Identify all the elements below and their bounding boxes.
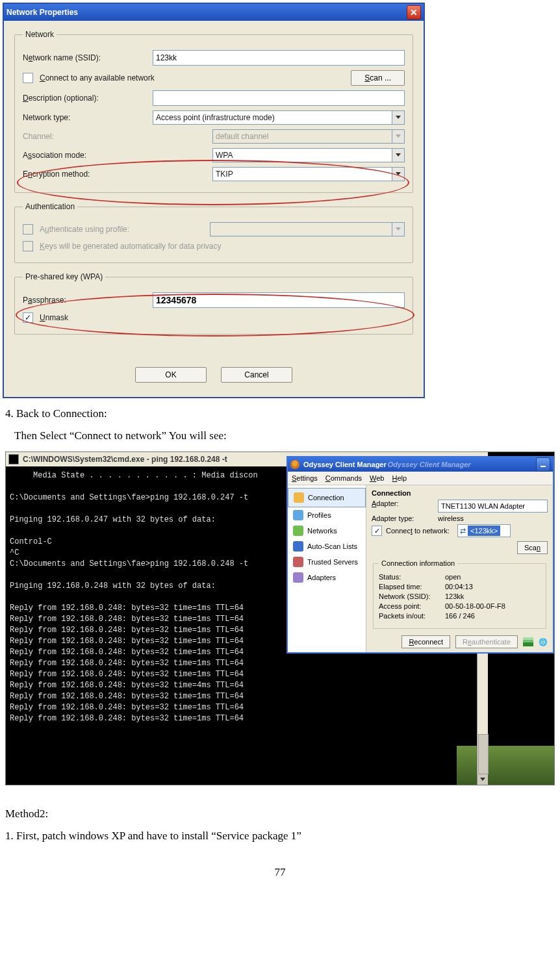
status-label: Status: [379,573,445,581]
reconnect-button[interactable]: Reconnect [401,635,450,648]
page-number: 77 [3,866,557,879]
auth-profile-select [210,222,405,236]
ocm-title: Odyssey Client Manager [303,461,387,468]
network-select-value: <123kk> [468,526,500,536]
connection-icon [294,492,304,503]
keys-auto-checkbox [23,241,33,251]
ap-value: 00-50-18-00-0F-F8 [445,602,505,610]
chevron-down-icon [392,130,404,143]
description-input[interactable] [153,90,405,106]
packets-label: Packets in/out: [379,612,445,620]
profiles-icon [293,510,303,520]
method2-step1: 1. First, patch windows XP and have to i… [5,830,555,843]
menu-settings[interactable]: Settings [292,474,318,482]
sidebar-item-label: Adapters [307,574,336,581]
menu-commands[interactable]: Commands [325,474,362,482]
scan-button[interactable]: Scan ... [351,70,405,86]
description-label: Description (optional): [23,94,146,103]
step-4-text: 4. Back to Connection: [5,407,555,420]
signal-icon [523,637,533,646]
sidebar-item-autoscan[interactable]: Auto-Scan Lists [288,539,366,554]
unmask-checkbox[interactable]: ✓ [23,312,33,323]
adapter-select[interactable]: TNET1130 WLAN Adapter [438,500,548,513]
sidebar-item-profiles[interactable]: Profiles [288,507,366,523]
autoscan-icon [293,541,303,552]
ocm-scan-button[interactable]: Scan [517,541,548,554]
adapter-type-value: wireless [438,515,464,522]
encryption-method-select[interactable]: TKIP [212,167,405,181]
cmd-title: C:\WINDOWS\System32\cmd.exe - ping 192.1… [23,455,227,464]
adapters-icon [293,572,303,583]
menu-help[interactable]: Help [392,474,407,482]
network-properties-dialog: Network Properties ✕ Network Network nam… [3,3,425,398]
status-value: open [445,573,461,581]
passphrase-label: Passphrase: [23,296,146,305]
ssid-label: Network name (SSID): [23,53,146,62]
sidebar-item-label: Networks [307,527,337,535]
sidebar-item-networks[interactable]: Networks [288,523,366,539]
elapsed-value: 00:04:13 [445,583,473,591]
network-legend: Network [23,30,57,39]
cmd-icon [8,454,19,464]
titlebar: Network Properties ✕ [4,4,424,21]
ocm-menubar: Settings Commands Web Help [288,472,553,485]
screenshot-composite: C:\WINDOWS\System32\cmd.exe - ping 192.1… [5,451,555,785]
authentication-group: Authentication Authenticate using profil… [14,202,413,263]
adapter-type-label: Adapter type: [372,515,438,522]
sidebar-item-adapters[interactable]: Adapters [288,570,366,585]
chevron-down-icon [392,168,404,181]
ocm-main: Connection Adapter: TNET1130 WLAN Adapte… [366,485,553,652]
unmask-label: Unmask [40,313,68,322]
minimize-icon[interactable] [536,457,550,472]
scrollbar-thumb[interactable] [478,734,489,774]
ssid-value: 123kk [445,592,464,600]
authentication-legend: Authentication [23,202,77,211]
sidebar-item-label: Auto-Scan Lists [307,542,357,550]
ok-button[interactable]: OK [135,367,207,383]
connect-any-label: Connect to any available network [40,73,344,83]
encryption-method-label: Encryption method: [23,170,206,179]
chevron-down-icon [392,149,404,162]
encryption-method-value: TKIP [213,170,392,179]
association-mode-select[interactable]: WPA [212,148,405,162]
connect-any-checkbox[interactable] [23,73,33,83]
reauthenticate-button: Reauthenticate [455,635,518,648]
window-title: Network Properties [6,8,78,17]
network-type-select[interactable]: Access point (infrastructure mode) [153,110,405,125]
channel-label: Channel: [23,132,206,141]
menu-web[interactable]: Web [370,474,384,482]
ap-label: Access point: [379,602,445,610]
passphrase-input[interactable] [153,292,405,308]
ocm-titlebar: Odyssey Client Manager Odyssey Client Ma… [288,457,553,472]
network-group: Network Network name (SSID): Connect to … [14,30,413,193]
auth-profile-label: Authenticate using profile: [40,225,203,234]
cancel-button[interactable]: Cancel [221,367,292,383]
globe-icon: 🌐 [539,638,548,646]
connect-network-checkbox[interactable]: ✓ [372,526,382,536]
ssid-label: Network (SSID): [379,592,445,600]
connection-heading: Connection [372,489,548,497]
network-type-label: Network type: [23,113,146,122]
networks-icon [293,526,303,536]
network-select-icon: ⇄ [458,527,468,535]
step-4b-text: Then Select “Connect to network” You wil… [14,429,555,442]
adapter-label: Adapter: [372,500,438,513]
method2-heading: Method2: [5,807,555,820]
sidebar-item-trusted[interactable]: Trusted Servers [288,554,366,570]
scroll-down-icon[interactable] [477,774,488,785]
close-icon[interactable]: ✕ [407,5,421,19]
odyssey-client-manager-window: Odyssey Client Manager Odyssey Client Ma… [286,456,554,654]
association-mode-value: WPA [213,151,392,160]
packets-value: 166 / 246 [445,612,475,620]
network-type-value: Access point (infrastructure mode) [153,113,392,122]
elapsed-label: Elapsed time: [379,583,445,591]
ssid-input[interactable] [153,50,405,66]
association-mode-label: Association mode: [23,151,206,160]
trusted-icon [293,557,303,567]
ocm-sidebar: Connection Profiles Networks Auto-Scan L… [288,485,366,652]
chevron-down-icon [392,111,404,124]
network-select[interactable]: ⇄ <123kk> [457,524,511,537]
connect-network-label: Connect to network: [386,527,457,535]
java-icon [290,460,299,469]
sidebar-item-connection[interactable]: Connection [288,488,366,507]
